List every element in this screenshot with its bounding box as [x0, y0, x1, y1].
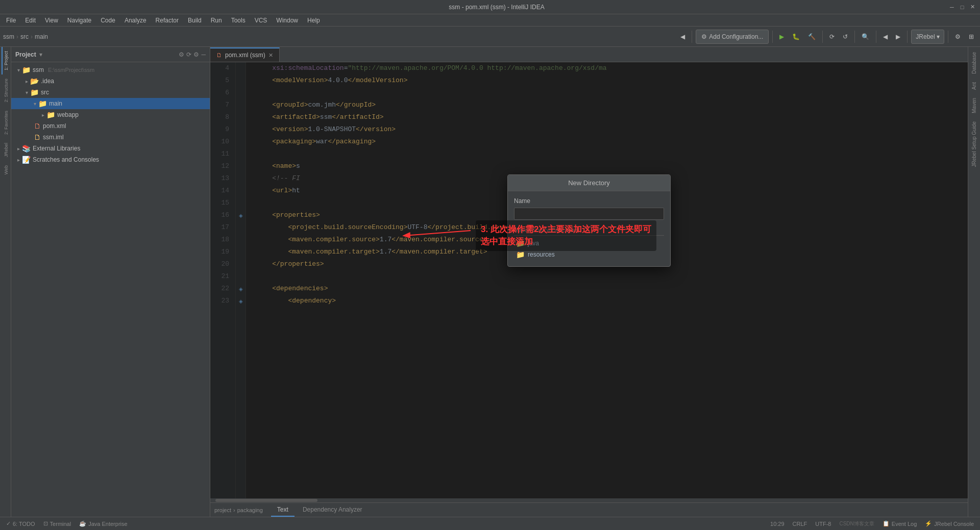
tree-item-scratches[interactable]: ▸ 📝 Scratches and Consoles [11, 154, 210, 165]
toolbar-settings-button[interactable]: ⚙ [952, 30, 964, 44]
maven-item-java-label: java [528, 240, 539, 247]
build-button[interactable]: 🔨 [805, 30, 819, 44]
h-scrollbar[interactable] [210, 498, 968, 502]
menu-help[interactable]: Help [303, 16, 324, 25]
toolbar-reload-button[interactable]: ↺ [840, 30, 851, 44]
panel-gear-icon[interactable]: ⚙ [179, 51, 184, 58]
project-panel-dropdown[interactable]: ▾ [39, 51, 42, 58]
tab-web[interactable]: Web [2, 161, 10, 179]
tree-item-ssm-iml[interactable]: 🗋 ssm.iml [11, 132, 210, 143]
tree-item-webapp[interactable]: ▸ 📁 webapp [11, 109, 210, 120]
status-terminal[interactable]: ⊡ Terminal [41, 520, 74, 527]
expand-icon-ext: ▸ [17, 146, 20, 152]
tree-item-ext-libs[interactable]: ▸ 📚 External Libraries [11, 143, 210, 154]
tab-jrebel[interactable]: JRebel [2, 139, 10, 161]
menu-bar: File Edit View Navigate Code Analyze Ref… [0, 14, 980, 27]
minimize-button[interactable]: ─ [948, 4, 955, 11]
menu-tools[interactable]: Tools [227, 16, 250, 25]
project-icon: 📁 [22, 66, 31, 74]
toolbar-left-nav[interactable]: ◀ [880, 30, 891, 44]
window-controls[interactable]: ─ □ ✕ [948, 4, 976, 11]
bottom-tab-dep-analyzer[interactable]: Dependency Analyzer [297, 503, 369, 517]
right-tab-maven[interactable]: Maven [970, 95, 978, 116]
status-position[interactable]: 10:29 [768, 521, 787, 527]
tree-item-main[interactable]: ▾ 📁 main [11, 98, 210, 109]
right-tab-ant[interactable]: Ant [970, 79, 978, 93]
tab-project[interactable]: 1: Project [2, 47, 10, 74]
menu-build[interactable]: Build [184, 16, 206, 25]
tab-structure[interactable]: 2: Structure [2, 74, 10, 107]
project-panel-header: Project ▾ ⚙ ⟳ ⚙ ─ [11, 47, 210, 62]
right-tab-database[interactable]: Database [970, 49, 978, 77]
bc-project[interactable]: project [214, 507, 231, 513]
panel-close-icon[interactable]: ─ [201, 51, 206, 58]
menu-run[interactable]: Run [207, 16, 226, 25]
toolbar-update-button[interactable]: ⟳ [826, 30, 838, 44]
bc-packaging[interactable]: packaging [237, 507, 263, 513]
menu-code[interactable]: Code [96, 16, 119, 25]
toolbar-sep2 [772, 31, 773, 43]
status-encoding[interactable]: UTF-8 [813, 521, 833, 527]
toolbar-sep5 [876, 31, 876, 43]
breadcrumb-main[interactable]: main [35, 33, 48, 40]
jrebel-button[interactable]: JRebel ▾ [911, 30, 944, 44]
status-position-label: 10:29 [770, 521, 785, 527]
menu-file[interactable]: File [2, 16, 20, 25]
tree-label-idea: .idea [41, 78, 54, 85]
dialog-name-input[interactable] [514, 208, 664, 220]
editor-tab-pom[interactable]: 🗋 pom.xml (ssm) ✕ [210, 47, 280, 62]
annotation-arrow-svg [394, 210, 496, 251]
tree-label-ssm: ssm [33, 66, 44, 73]
menu-view[interactable]: View [41, 16, 62, 25]
right-tab-jrebel-setup[interactable]: JRebel Setup Guide [970, 118, 978, 170]
tree-label-main: main [49, 100, 62, 107]
status-right: 10:29 CRLF UTF-8 CSDN博客文章 📋 Event Log ⚡ … [768, 520, 976, 527]
tab-close-button[interactable]: ✕ [268, 52, 273, 59]
tree-item-ssm[interactable]: ▾ 📁 ssm E:\ssmProject\ssm [11, 64, 210, 75]
status-todo-label: 6: TODO [13, 521, 35, 527]
breadcrumb-ssm[interactable]: ssm [3, 33, 14, 40]
menu-edit[interactable]: Edit [21, 16, 40, 25]
h-scroll-thumb[interactable] [215, 499, 317, 502]
dialog-overlay: New Directory Name Maven Source Director… [210, 62, 968, 498]
toolbar-back-button[interactable]: ◀ [677, 30, 688, 44]
close-button[interactable]: ✕ [969, 4, 976, 11]
add-configuration-button[interactable]: ⚙ Add Configuration... [696, 30, 769, 44]
menu-vcs[interactable]: VCS [251, 16, 272, 25]
status-todo[interactable]: ✓ 6: TODO [4, 520, 37, 527]
menu-navigate[interactable]: Navigate [63, 16, 95, 25]
bottom-tab-text[interactable]: Text [271, 503, 295, 517]
tree-item-src[interactable]: ▾ 📁 src [11, 87, 210, 98]
menu-analyze[interactable]: Analyze [120, 16, 151, 25]
status-java-enterprise[interactable]: ☕ Java Enterprise [77, 520, 129, 527]
maven-item-resources-label: resources [528, 251, 555, 258]
breadcrumb-src[interactable]: src [20, 33, 29, 40]
maven-item-java[interactable]: 📁 java [514, 238, 664, 249]
editor-area[interactable]: 4 5 6 7 8 9 10 11 12 13 14 15 16 17 18 1… [210, 62, 968, 498]
maven-item-resources[interactable]: 📁 resources [514, 249, 664, 260]
debug-button[interactable]: 🐛 [789, 30, 803, 44]
toolbar-right-nav[interactable]: ▶ [893, 30, 903, 44]
status-event-log[interactable]: 📋 Event Log [880, 520, 919, 527]
status-line-ending[interactable]: CRLF [791, 521, 810, 527]
toolbar-sep3 [822, 31, 823, 43]
tree-item-idea[interactable]: ▸ 📂 .idea [11, 75, 210, 87]
panel-settings-icon[interactable]: ⚙ [193, 51, 199, 58]
panel-sync-icon[interactable]: ⟳ [186, 51, 191, 58]
status-jrebel-console[interactable]: ⚡ JRebel Console [923, 520, 976, 527]
bottom-breadcrumb: project › packaging [214, 507, 263, 513]
tree-item-pom[interactable]: 🗋 pom.xml [11, 120, 210, 132]
status-csdn-watermark: CSDN博客文章 [837, 520, 876, 527]
maximize-button[interactable]: □ [959, 4, 966, 11]
right-panel-tabs: Database Ant Maven JRebel Setup Guide [968, 47, 980, 517]
new-directory-dialog[interactable]: New Directory Name Maven Source Director… [507, 174, 671, 267]
search-everywhere-button[interactable]: 🔍 [859, 30, 872, 44]
menu-window[interactable]: Window [272, 16, 302, 25]
toolbar-panel-button[interactable]: ⊞ [966, 30, 977, 44]
menu-refactor[interactable]: Refactor [152, 16, 183, 25]
svg-line-0 [404, 231, 471, 236]
src-folder-icon: 📁 [30, 88, 39, 96]
tab-favorites[interactable]: 2: Favorites [2, 107, 10, 139]
run-button[interactable]: ▶ [776, 30, 787, 44]
iml-icon: 🗋 [34, 133, 41, 141]
